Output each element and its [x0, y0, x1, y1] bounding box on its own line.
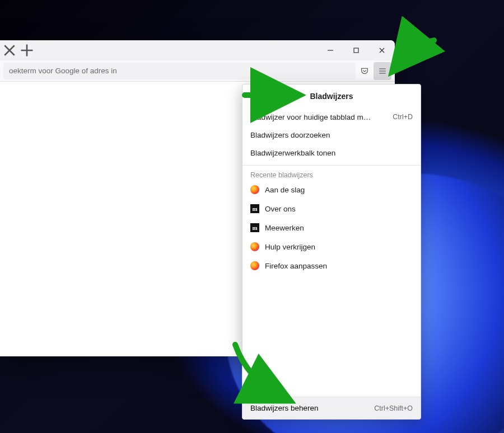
window-close-button[interactable] [369, 40, 395, 60]
tab-close-icon[interactable] [2, 43, 17, 58]
window-maximize-button[interactable] [343, 40, 369, 60]
menu-item-manage-bookmarks[interactable]: Bladwijzers beheren Ctrl+Shift+O [242, 397, 421, 419]
firefox-icon [250, 185, 259, 194]
bookmark-item[interactable]: m Over ons [242, 199, 421, 218]
tab-strip [0, 40, 395, 60]
menu-item-show-toolbar[interactable]: Bladwijzerwerkbalk tonen [242, 144, 421, 162]
bookmark-label: Hulp verkrijgen [265, 243, 413, 251]
menu-item-add-bookmark[interactable]: Bladwijzer voor huidige tabblad m… Ctrl+… [242, 108, 421, 126]
bookmark-label: Firefox aanpassen [265, 262, 413, 270]
menu-item-label: Bladwijzerwerkbalk tonen [250, 149, 413, 157]
site-m-icon: m [250, 204, 259, 213]
site-m-icon: m [250, 223, 259, 232]
menu-item-search-bookmarks[interactable]: Bladwijzers doorzoeken [242, 126, 421, 144]
address-placeholder: oekterm voor Google of adres in [9, 67, 117, 75]
hamburger-menu-button[interactable] [374, 62, 391, 80]
bookmark-label: Aan de slag [265, 186, 413, 194]
firefox-icon [250, 261, 259, 270]
menu-title: Bladwijzers [310, 92, 353, 101]
svg-rect-0 [354, 48, 358, 53]
menu-back-button[interactable] [247, 90, 260, 103]
new-tab-button[interactable] [19, 43, 35, 58]
window-controls [318, 40, 395, 60]
recent-bookmarks-title: Recente bladwijzers [242, 169, 421, 180]
bookmark-item[interactable]: Aan de slag [242, 180, 421, 199]
menu-header: Bladwijzers [242, 84, 421, 108]
menu-item-label: Bladwijzers doorzoeken [250, 131, 413, 139]
bookmark-item[interactable]: Hulp verkrijgen [242, 237, 421, 256]
toolbar: oekterm voor Google of adres in [0, 60, 395, 82]
address-bar[interactable]: oekterm voor Google of adres in [3, 63, 356, 79]
menu-item-label: Bladwijzers beheren [250, 404, 374, 412]
menu-item-label: Bladwijzer voor huidige tabblad m… [250, 113, 387, 121]
bookmark-item[interactable]: Firefox aanpassen [242, 256, 421, 275]
pocket-icon[interactable] [356, 62, 374, 80]
window-minimize-button[interactable] [318, 40, 343, 60]
bookmark-label: Meewerken [265, 224, 413, 232]
menu-item-shortcut: Ctrl+Shift+O [374, 404, 413, 412]
menu-separator [242, 165, 421, 166]
menu-item-shortcut: Ctrl+D [393, 113, 413, 121]
firefox-icon [250, 242, 259, 251]
bookmark-item[interactable]: m Meewerken [242, 218, 421, 237]
bookmarks-menu: Bladwijzers Bladwijzer voor huidige tabb… [242, 84, 421, 420]
bookmark-label: Over ons [265, 205, 413, 213]
